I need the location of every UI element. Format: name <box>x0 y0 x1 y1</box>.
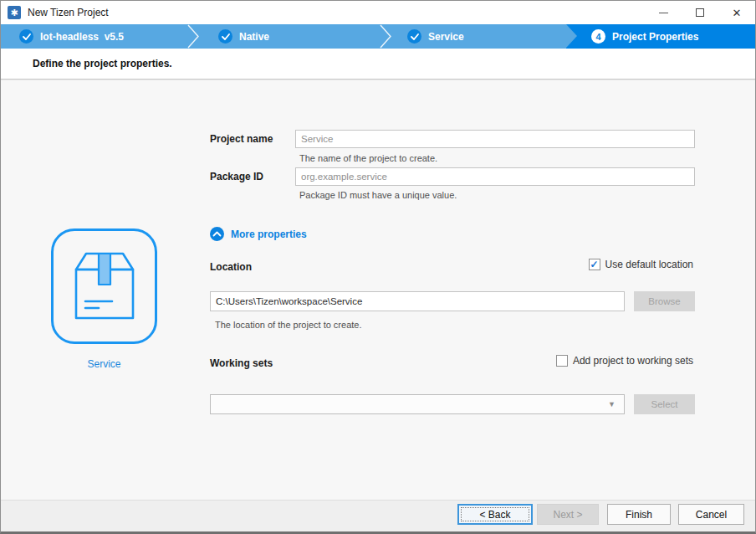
package-id-hint: Package ID must have a unique value. <box>299 190 457 200</box>
step-label: Native <box>239 31 269 43</box>
next-button[interactable]: Next > <box>537 504 599 525</box>
add-to-working-sets-label: Add project to working sets <box>573 355 693 367</box>
step-separator-chevron-icon <box>379 24 392 49</box>
select-button[interactable]: Select <box>634 394 695 414</box>
project-name-input[interactable] <box>295 130 695 148</box>
location-hint: The location of the project to create. <box>215 320 362 330</box>
use-default-location-label: Use default location <box>605 259 693 270</box>
template-name-label: Service <box>51 358 157 370</box>
browse-button[interactable]: Browse <box>634 291 695 311</box>
page-description: Define the project properties. <box>33 58 172 69</box>
working-sets-label: Working sets <box>210 357 273 369</box>
location-label: Location <box>210 261 252 273</box>
step-number: 4 <box>595 32 600 42</box>
maximize-icon <box>696 8 704 17</box>
use-default-location-checkbox[interactable]: ✓ Use default location <box>589 259 693 270</box>
step-complete-check-icon <box>407 29 421 44</box>
package-id-input[interactable] <box>295 167 695 186</box>
step-iot-headless[interactable]: Iot-headless v5.5 <box>19 24 124 49</box>
header-strip: Define the project properties. <box>1 49 755 80</box>
minimize-icon <box>659 13 668 13</box>
finish-button[interactable]: Finish <box>607 504 671 525</box>
wizard-step-bar: Iot-headless v5.5 Native Service 4 Pro <box>1 24 755 49</box>
close-icon: ✕ <box>733 7 742 19</box>
titlebar: ✱ New Tizen Project ✕ <box>1 1 755 24</box>
step-service[interactable]: Service <box>407 24 464 49</box>
maximize-button[interactable] <box>682 1 718 24</box>
close-button[interactable]: ✕ <box>718 1 755 24</box>
step-label: Service <box>428 31 464 43</box>
step-project-properties[interactable]: 4 Project Properties <box>591 24 698 49</box>
working-sets-dropdown[interactable]: ▼ <box>210 394 625 414</box>
window-title: New Tizen Project <box>28 7 109 18</box>
window-controls: ✕ <box>645 1 755 24</box>
chevron-up-icon <box>210 227 224 241</box>
project-name-label: Project name <box>210 133 273 145</box>
cancel-button[interactable]: Cancel <box>678 504 744 525</box>
tizen-logo-icon: ✱ <box>8 6 21 19</box>
minimize-button[interactable] <box>645 1 682 24</box>
project-name-hint: The name of the project to create. <box>299 153 437 163</box>
more-properties-label: More properties <box>231 228 307 240</box>
add-to-working-sets-checkbox[interactable]: Add project to working sets <box>556 355 693 367</box>
service-template-icon <box>51 228 157 344</box>
step-native[interactable]: Native <box>218 24 269 49</box>
step-complete-check-icon <box>19 29 33 44</box>
checkbox-checked-icon: ✓ <box>589 259 600 270</box>
step-label: Iot-headless v5.5 <box>40 31 124 43</box>
location-input[interactable] <box>210 291 625 311</box>
new-tizen-project-dialog: ✱ New Tizen Project ✕ Iot-headless v5.5 … <box>0 0 756 534</box>
step-complete-check-icon <box>218 29 232 44</box>
package-box-icon <box>72 249 137 323</box>
package-id-label: Package ID <box>210 171 263 182</box>
step-separator-arrow <box>566 24 577 48</box>
back-button[interactable]: < Back <box>457 504 533 525</box>
step-label: Project Properties <box>612 31 698 43</box>
step-separator-chevron-icon <box>186 24 200 49</box>
chevron-down-icon: ▼ <box>608 400 616 408</box>
checkbox-unchecked-icon <box>556 355 568 367</box>
more-properties-toggle[interactable]: More properties <box>210 227 307 241</box>
step-number-badge: 4 <box>591 29 605 44</box>
